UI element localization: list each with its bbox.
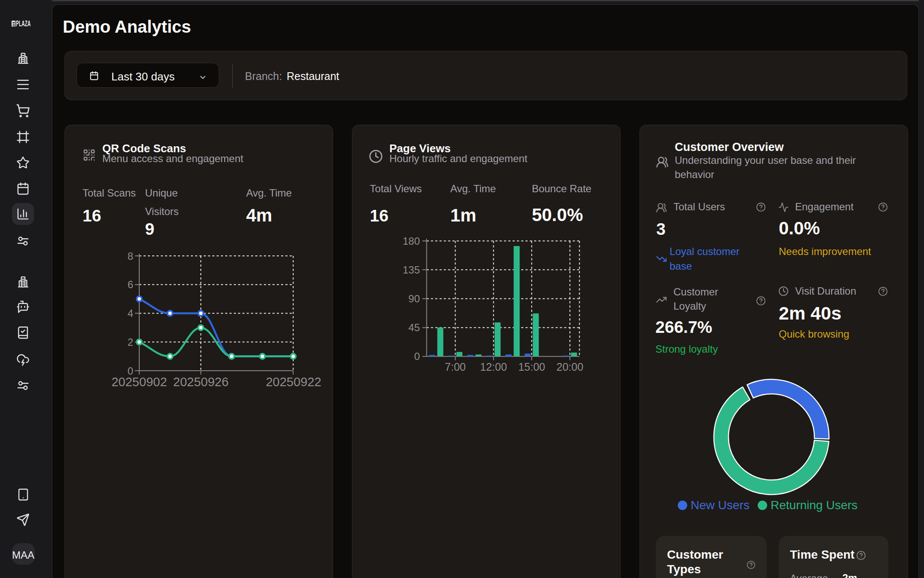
svg-text:4: 4 (128, 307, 133, 319)
svg-text:0: 0 (414, 350, 420, 362)
svg-text:7:00: 7:00 (445, 361, 466, 373)
svg-text:20250926: 20250926 (173, 375, 229, 389)
svg-text:12:00: 12:00 (480, 361, 507, 373)
svg-text:20250922: 20250922 (266, 375, 321, 389)
svg-text:2: 2 (128, 336, 133, 348)
svg-text:90: 90 (408, 293, 420, 304)
svg-text:6: 6 (128, 279, 133, 290)
svg-text:20250902: 20250902 (111, 375, 167, 389)
svg-text:15:00: 15:00 (518, 361, 545, 373)
svg-text:45: 45 (408, 322, 420, 333)
svg-text:135: 135 (403, 264, 420, 276)
svg-text:180: 180 (403, 235, 420, 247)
svg-text:20:00: 20:00 (557, 361, 584, 373)
svg-text:8: 8 (128, 250, 133, 262)
